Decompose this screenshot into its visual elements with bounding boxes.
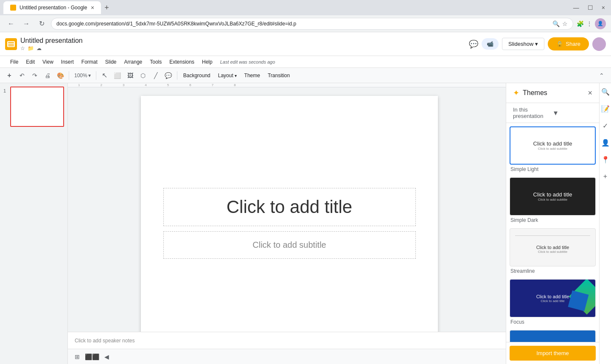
in-presentation-label: In this presentation (513, 106, 552, 119)
theme-item-simple-dark[interactable]: Click to add title Click to add subtitle… (510, 177, 596, 225)
reload-button[interactable]: ↻ (36, 18, 48, 30)
background-btn[interactable]: Background (180, 71, 214, 80)
print-btn[interactable]: 🖨 (42, 70, 53, 81)
undo-btn[interactable]: ↶ (16, 70, 28, 81)
theme-item-focus[interactable]: Click to add title Click to add title Fo… (510, 279, 596, 327)
app-logo (5, 38, 17, 50)
slide-subtitle-box[interactable]: Click to add subtitle (163, 231, 416, 259)
theme-item-streamline[interactable]: Click to add title Click to add subtitle… (510, 228, 596, 276)
menu-bar: File Edit View Insert Format Slide Arran… (0, 56, 611, 68)
toolbar-sep-3 (177, 71, 177, 80)
menu-extensions[interactable]: Extensions (166, 57, 198, 67)
user-avatar[interactable] (592, 37, 606, 51)
select-tool-btn[interactable]: ↖ (99, 70, 111, 81)
slide-1-container: 1 (3, 87, 64, 127)
menu-format[interactable]: Format (78, 57, 101, 67)
share-label: Share (566, 41, 580, 47)
theme-focus-subtitle: Click to add title (541, 299, 564, 303)
maps-icon[interactable]: 📍 (600, 154, 611, 165)
tasks-icon[interactable]: ✓ (600, 120, 611, 131)
collapse-toolbar-btn[interactable]: ⌃ (596, 70, 608, 81)
slide-subtitle-placeholder: Click to add subtitle (252, 240, 326, 249)
tab-close-btn[interactable]: × (91, 4, 94, 11)
theme-btn[interactable]: Theme (241, 71, 263, 80)
new-tab-button[interactable]: + (103, 2, 111, 14)
slideshow-button[interactable]: Slideshow ▾ (502, 38, 544, 50)
theme-focus-title: Click to add title (536, 294, 569, 299)
toolbar: + ↶ ↷ 🖨 🎨 100% ▾ ↖ ⬜ 🖼 ⬡ ╱ 💬 Background … (0, 68, 611, 83)
slide-panel: 1 (0, 83, 68, 364)
text-box-btn[interactable]: ⬜ (112, 70, 123, 81)
browser-chrome: Untitled presentation - Google S... × + … (0, 0, 611, 15)
active-tab[interactable]: Untitled presentation - Google S... × (3, 1, 101, 14)
menu-tools[interactable]: Tools (146, 57, 165, 67)
forward-button[interactable]: → (20, 18, 32, 30)
grid-view-btn[interactable]: ⊞ (73, 353, 81, 361)
slide-view-icons: ⊞ ⬛⬛ ◀ (73, 353, 111, 361)
right-sidebar: 🔍 📝 ✓ 👤 📍 + (599, 83, 611, 364)
slide-thumbnail-1[interactable] (10, 87, 64, 127)
share-button[interactable]: 🔒 Share (548, 37, 589, 50)
theme-name-streamline: Streamline (510, 266, 596, 276)
minimize-btn[interactable]: — (571, 3, 582, 12)
menu-file[interactable]: File (7, 57, 22, 67)
app-title[interactable]: Untitled presentation (20, 37, 83, 45)
speaker-notes-placeholder: Click to add speaker notes (75, 338, 135, 344)
cloud-save-icon[interactable]: ☁ (36, 45, 42, 51)
menu-edit[interactable]: Edit (22, 57, 38, 67)
meet-button[interactable]: 📹 (482, 38, 499, 50)
maximize-btn[interactable]: ☐ (585, 3, 596, 12)
speaker-notes[interactable]: Click to add speaker notes (68, 332, 506, 349)
app-header: Untitled presentation ☆ 📁 ☁ 💬 📹 Slidesho… (0, 32, 611, 56)
theme-name-simple-light: Simple Light (510, 165, 596, 174)
comment-tool-btn[interactable]: 💬 (163, 70, 174, 81)
address-bar-row: ← → ↻ docs.google.com/presentation/d/1_5… (0, 15, 611, 32)
chrome-menu-icon[interactable]: ⋮ (586, 20, 592, 27)
filmstrip-view-btn[interactable]: ⬛⬛ (83, 353, 101, 361)
import-theme-btn[interactable]: Import theme (510, 346, 596, 361)
themes-close-btn[interactable]: × (588, 89, 592, 98)
zoom-control[interactable]: 100% ▾ (72, 72, 93, 79)
transition-btn[interactable]: Transition (264, 71, 293, 80)
explore-icon[interactable]: 🔍 (600, 87, 611, 97)
slide-title-box[interactable]: Click to add title (163, 188, 416, 226)
close-btn[interactable]: × (599, 3, 608, 12)
shape-btn[interactable]: ⬡ (137, 70, 149, 81)
line-btn[interactable]: ╱ (150, 70, 162, 81)
url-text: docs.google.com/presentation/d/1_5dxk7mr… (56, 21, 296, 27)
menu-view[interactable]: View (39, 57, 57, 67)
comment-button[interactable]: 💬 (469, 39, 478, 49)
back-button[interactable]: ← (5, 18, 17, 30)
browser-profile[interactable]: 👤 (595, 18, 606, 29)
folder-icon[interactable]: 📁 (28, 45, 34, 51)
extension-icon[interactable]: 🧩 (577, 20, 584, 27)
theme-item-blue[interactable] (510, 330, 596, 342)
image-btn[interactable]: 🖼 (124, 70, 136, 81)
menu-slide[interactable]: Slide (102, 57, 120, 67)
in-presentation-section[interactable]: In this presentation ▾ (506, 103, 599, 123)
canvas-area: 12345678 Click to add title Click to add… (68, 83, 506, 364)
zoom-value: 100% (74, 73, 87, 78)
star-icon[interactable]: ☆ (20, 45, 25, 51)
collapse-panel-btn[interactable]: ◀ (103, 353, 111, 361)
menu-insert[interactable]: Insert (58, 57, 77, 67)
themes-header: ✦ Themes × (506, 83, 599, 103)
contacts-icon[interactable]: 👤 (600, 137, 611, 148)
format-paint-btn[interactable]: 🎨 (54, 70, 66, 81)
url-bar[interactable]: docs.google.com/presentation/d/1_5dxk7mr… (51, 18, 573, 30)
slide-canvas[interactable]: Click to add title Click to add subtitle (141, 96, 438, 332)
bookmark-icon[interactable]: ☆ (562, 20, 568, 27)
notes-icon[interactable]: 📝 (600, 104, 611, 114)
status-bar: ⊞ ⬛⬛ ◀ (68, 349, 506, 364)
layout-btn[interactable]: Layout (215, 71, 240, 80)
search-icon[interactable]: 🔍 (552, 20, 560, 27)
menu-arrange[interactable]: Arrange (121, 57, 146, 67)
theme-item-simple-light[interactable]: Click to add title Click to add subtitle… (510, 126, 596, 174)
tab-title: Untitled presentation - Google S... (20, 5, 87, 11)
add-addon-icon[interactable]: + (600, 171, 611, 182)
menu-help[interactable]: Help (199, 57, 216, 67)
app-container: Untitled presentation ☆ 📁 ☁ 💬 📹 Slidesho… (0, 32, 611, 364)
slideshow-arrow-icon: ▾ (535, 41, 538, 47)
add-slide-btn[interactable]: + (3, 70, 15, 81)
redo-btn[interactable]: ↷ (29, 70, 41, 81)
